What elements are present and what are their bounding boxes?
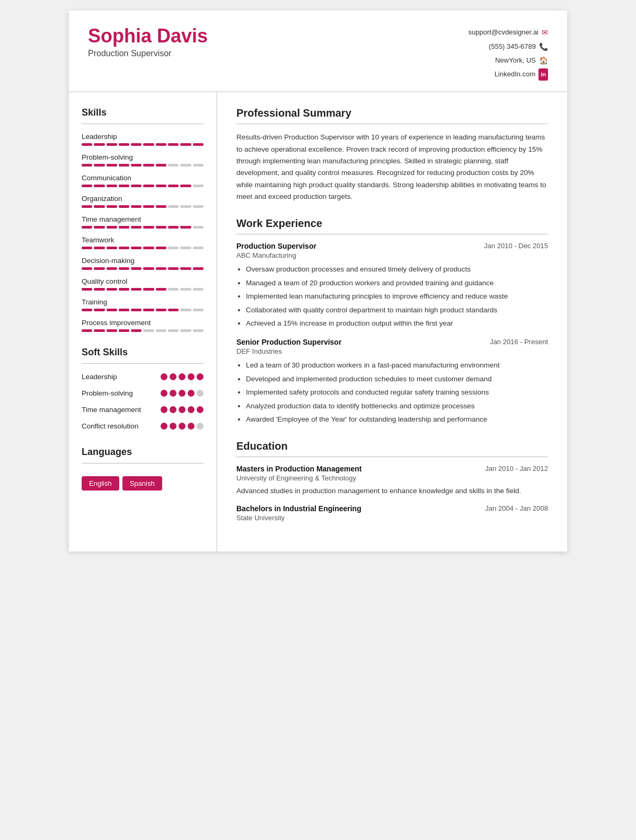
summary-divider	[236, 124, 548, 124]
skill-segment	[119, 205, 129, 208]
skill-segment	[119, 267, 129, 270]
edu-desc: Advanced studies in production managemen…	[236, 485, 548, 497]
skill-segment	[193, 267, 204, 270]
summary-section: Professional Summary Results-driven Prod…	[236, 107, 548, 203]
skill-segment	[168, 267, 179, 270]
skill-bar	[82, 205, 204, 208]
linkedin-text: LinkedIn.com	[494, 68, 535, 81]
skill-segment	[131, 205, 142, 208]
skill-segment	[82, 185, 92, 187]
soft-skill-dot	[161, 373, 167, 380]
email-icon: ✉	[542, 25, 548, 40]
education-title: Education	[236, 440, 548, 452]
skill-segment	[143, 247, 154, 249]
soft-skill-dot	[179, 373, 186, 380]
job-bullets: Oversaw production processes and ensured…	[236, 264, 548, 329]
soft-skill-dot	[197, 406, 204, 413]
soft-skill-dot	[161, 406, 167, 413]
skill-name: Teamwork	[82, 236, 204, 244]
skills-title: Skills	[82, 107, 204, 118]
skill-segment	[107, 288, 117, 291]
skill-item: Decision-making	[82, 257, 204, 270]
soft-skill-dots	[161, 423, 204, 430]
education-entry: Masters in Production ManagementJan 2010…	[236, 465, 548, 497]
languages-divider	[82, 463, 204, 463]
skill-segment	[107, 267, 117, 270]
skill-segment	[156, 247, 166, 249]
skill-segment	[168, 226, 179, 229]
skill-name: Leadership	[82, 133, 204, 141]
job-bullet: Implemented lean manufacturing principle…	[246, 291, 548, 302]
job-bullet: Led a team of 30 production workers in a…	[246, 360, 548, 371]
skill-segment	[168, 164, 179, 167]
language-badge: English	[82, 476, 119, 491]
summary-text: Results-driven Production Supervisor wit…	[236, 132, 548, 203]
skill-segment	[107, 205, 117, 208]
skill-segment	[94, 247, 104, 249]
sidebar: Skills LeadershipProblem-solvingCommunic…	[69, 92, 217, 551]
skill-segment	[156, 226, 166, 229]
soft-skill-name: Leadership	[82, 372, 161, 382]
skill-segment	[180, 267, 191, 270]
skill-segment	[168, 143, 179, 146]
skill-segment	[193, 247, 204, 249]
skill-bar	[82, 309, 204, 311]
skill-segment	[94, 288, 104, 291]
skill-bar	[82, 288, 204, 291]
skill-segment	[131, 226, 142, 229]
soft-skill-dot	[170, 373, 176, 380]
skill-segment	[143, 164, 154, 167]
skill-segment	[131, 329, 142, 332]
phone-text: (555) 345-6789	[489, 40, 536, 54]
header: Sophia Davis Production Supervisor suppo…	[69, 11, 567, 92]
skill-segment	[193, 143, 204, 146]
skill-segment	[94, 309, 104, 311]
soft-skill-name: Problem-solving	[82, 389, 161, 399]
skill-segment	[168, 329, 179, 332]
skill-segment	[193, 205, 204, 208]
soft-skill-item: Leadership	[82, 372, 204, 382]
skill-segment	[94, 164, 104, 167]
skill-segment	[119, 247, 129, 249]
skill-name: Training	[82, 298, 204, 306]
job-company: DEF Industries	[236, 347, 548, 355]
skill-segment	[94, 329, 104, 332]
skill-segment	[119, 288, 129, 291]
soft-skill-item: Problem-solving	[82, 389, 204, 399]
soft-skill-dot	[161, 423, 167, 430]
education-list: Masters in Production ManagementJan 2010…	[236, 465, 548, 522]
skill-segment	[119, 164, 129, 167]
skill-segment	[156, 185, 166, 187]
job-bullet: Implemented safety protocols and conduct…	[246, 387, 548, 398]
candidate-name: Sophia Davis	[88, 25, 208, 47]
skill-segment	[82, 164, 92, 167]
work-section: Work Experience Production SupervisorJan…	[236, 217, 548, 425]
skill-item: Quality control	[82, 277, 204, 291]
job-entry: Production SupervisorJan 2010 - Dec 2015…	[236, 242, 548, 329]
skill-segment	[180, 288, 191, 291]
skill-segment	[180, 329, 191, 332]
skill-segment	[156, 267, 166, 270]
skill-segment	[131, 164, 142, 167]
skill-segment	[168, 288, 179, 291]
skill-item: Teamwork	[82, 236, 204, 249]
home-icon: 🏠	[539, 54, 548, 68]
soft-skill-dot	[179, 423, 186, 430]
skill-segment	[143, 288, 154, 291]
skill-segment	[168, 185, 179, 187]
soft-skill-name: Time management	[82, 405, 161, 415]
soft-skill-item: Time management	[82, 405, 204, 415]
edu-degree: Masters in Production Management	[236, 465, 361, 473]
soft-skill-dot	[188, 423, 195, 430]
skill-segment	[82, 309, 92, 311]
soft-skill-dots	[161, 390, 204, 397]
soft-skill-dot	[197, 423, 204, 430]
skill-segment	[143, 143, 154, 146]
skill-segment	[94, 143, 104, 146]
contact-linkedin[interactable]: LinkedIn.com in	[469, 68, 548, 81]
skill-segment	[180, 247, 191, 249]
header-left: Sophia Davis Production Supervisor	[88, 25, 208, 58]
skill-name: Process improvement	[82, 319, 204, 327]
skill-segment	[156, 143, 166, 146]
contact-phone: (555) 345-6789 📞	[469, 40, 548, 54]
